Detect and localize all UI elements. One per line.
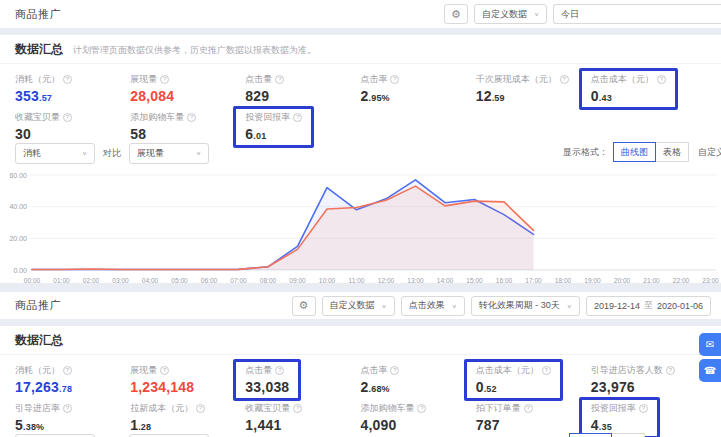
svg-text:18:00: 18:00 [555, 277, 572, 283]
metric-value: 2.68% [360, 379, 399, 395]
info-icon[interactable]: ? [196, 404, 205, 413]
metric-cell: 点击成本（元）?0.43 [591, 65, 706, 102]
info-icon[interactable]: ? [293, 404, 302, 413]
date-picker[interactable]: 今日 [553, 4, 721, 24]
date-range-separator: 至 [644, 299, 653, 312]
info-icon[interactable]: ? [275, 366, 284, 375]
info-icon[interactable]: ? [542, 366, 551, 375]
svg-text:08:00: 08:00 [260, 277, 277, 283]
info-icon[interactable]: ? [390, 75, 399, 84]
compare-metric-select[interactable]: 展现量 ∨ [129, 143, 209, 164]
custom-indicator-link[interactable]: 自定义指标 ? [698, 146, 721, 159]
format-table-button[interactable]: 表格 [611, 433, 645, 437]
metric-label: 点击量? [245, 73, 284, 86]
gear-icon: ⚙ [451, 8, 461, 21]
metric-cell: 收藏宝贝量?30 [15, 103, 130, 140]
highlight-box: 点击成本（元）?0.43 [579, 68, 678, 110]
custom-data-select[interactable]: 自定义数据 ∨ [474, 4, 547, 24]
date-range-start: 2019-12-14 [594, 301, 640, 311]
info-icon[interactable]: ? [293, 113, 302, 122]
metric-cell: 点击量?829 [245, 65, 360, 102]
metric-value: 2.95% [360, 88, 399, 104]
info-icon[interactable]: ? [160, 366, 169, 375]
format-curve-button[interactable]: 曲线图 [613, 142, 656, 162]
metric-label: 拉新成本（元）? [130, 402, 205, 415]
custom-data-label: 自定义数据 [330, 299, 375, 312]
info-icon[interactable]: ? [63, 75, 72, 84]
conversion-period-select[interactable]: 转化效果周期 - 30天 ∨ [471, 296, 580, 316]
metric-select[interactable]: 消耗 ∨ [15, 143, 95, 164]
info-icon[interactable]: ? [63, 113, 72, 122]
info-icon[interactable]: ? [560, 75, 569, 84]
metric-label: 投资回报率? [245, 111, 302, 124]
compare-metric-select[interactable]: 展现量 ∨ [129, 434, 209, 437]
display-format-label: 显示格式： [563, 146, 608, 159]
date-range-end: 2020-01-06 [657, 301, 703, 311]
info-icon[interactable]: ? [63, 404, 72, 413]
info-icon[interactable]: ? [275, 75, 284, 84]
info-icon[interactable]: ? [524, 404, 533, 413]
info-icon[interactable]: ? [639, 404, 648, 413]
svg-text:0.00: 0.00 [13, 267, 27, 274]
format-table-button[interactable]: 表格 [655, 142, 689, 162]
metric-cell: 投资回报率?6.01 [245, 103, 360, 140]
svg-text:17:00: 17:00 [525, 277, 542, 283]
svg-text:14:00: 14:00 [437, 277, 454, 283]
metric-value: 30 [15, 126, 72, 142]
metric-cell: 点击率?2.95% [360, 65, 475, 102]
click-effect-select[interactable]: 点击效果 ∨ [401, 296, 465, 316]
metric-value: 5.38% [15, 417, 72, 433]
metric-value: 23,976 [591, 379, 675, 395]
metric-label: 点击率? [360, 73, 399, 86]
compare-select-value: 展现量 [137, 147, 164, 160]
settings-button[interactable]: ⚙ [444, 4, 468, 24]
info-icon[interactable]: ? [657, 75, 666, 84]
metric-value: 4,090 [360, 417, 426, 433]
info-icon[interactable]: ? [417, 404, 426, 413]
info-icon[interactable]: ? [160, 75, 169, 84]
date-range-picker[interactable]: 2019-12-14 至 2020-01-06 [586, 296, 711, 316]
format-curve-button[interactable]: 曲线图 [569, 433, 612, 437]
metric-cell: 投资回报率?4.35 [591, 394, 706, 431]
info-icon[interactable]: ? [187, 113, 196, 122]
summary-title: 数据汇总 [15, 332, 63, 349]
settings-button[interactable]: ⚙ [292, 296, 316, 316]
metric-label: 展现量? [130, 73, 174, 86]
svg-text:01:00: 01:00 [53, 277, 70, 283]
metric-cell: 点击率?2.68% [360, 356, 475, 393]
svg-text:23:00: 23:00 [702, 277, 719, 283]
metric-cell: 添加购物车量?4,090 [360, 394, 475, 431]
display-format-group: 显示格式： 曲线图 表格 自定义指标 ? [563, 142, 721, 162]
metric-select-value: 消耗 [23, 147, 41, 160]
click-effect-value: 点击效果 [409, 299, 445, 312]
svg-text:10:00: 10:00 [319, 277, 336, 283]
svg-text:16:00: 16:00 [496, 277, 513, 283]
metric-select[interactable]: 消耗 ∨ [15, 434, 95, 437]
info-icon[interactable]: ? [666, 366, 675, 375]
metric-value: 1.28 [130, 417, 205, 433]
metric-value: 1,441 [245, 417, 302, 433]
metric-label: 收藏宝贝量? [245, 402, 302, 415]
info-icon[interactable]: ? [63, 366, 72, 375]
chart-controls: 消耗 ∨ 对比 展现量 ∨ 显示格式： 曲线图 表格 自定义指标 ? [0, 141, 721, 165]
panel2-header-card: 商品推广 ⚙ 自定义数据 ∨ 点击效果 ∨ 转化效果周期 - 30天 ∨ [0, 292, 721, 319]
metric-value: 33,038 [245, 379, 289, 395]
svg-text:20:00: 20:00 [614, 277, 631, 283]
metric-value: 28,084 [130, 88, 174, 104]
service-button[interactable]: ☎ [699, 359, 721, 382]
panel1-toolbar: ⚙ 自定义数据 ∨ 今日 [444, 4, 721, 24]
summary-header: 数据汇总 [0, 326, 721, 355]
message-button[interactable]: ✉ [699, 333, 721, 356]
metric-value: 0.52 [476, 379, 551, 395]
chevron-down-icon: ∨ [534, 11, 539, 17]
info-icon[interactable]: ? [390, 366, 399, 375]
metric-value: 17,263.78 [15, 379, 72, 395]
svg-text:06:00: 06:00 [201, 277, 218, 283]
metric-label: 消耗（元）? [15, 364, 72, 377]
summary-header: 数据汇总 计划管理页面数据仅供参考，历史推广数据以报表数据为准。 [0, 35, 721, 64]
svg-text:21:00: 21:00 [643, 277, 660, 283]
conversion-period-value: 转化效果周期 - 30天 [479, 299, 560, 312]
custom-data-select[interactable]: 自定义数据 ∨ [322, 296, 395, 316]
svg-text:05:00: 05:00 [171, 277, 188, 283]
metrics-row: 引导进店率?5.38%拉新成本（元）?1.28收藏宝贝量?1,441添加购物车量… [0, 393, 721, 431]
